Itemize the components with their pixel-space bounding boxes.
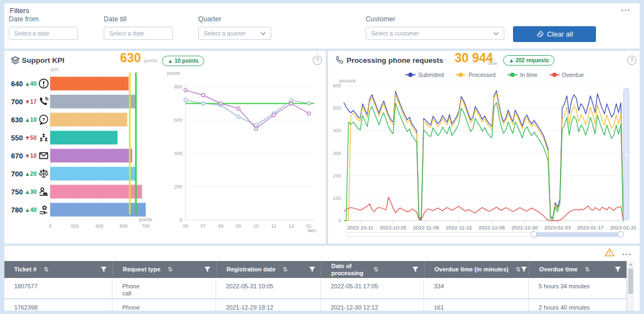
data-point	[237, 107, 240, 110]
sort-icon[interactable]: ⇅	[283, 266, 288, 273]
kpi-bar	[50, 185, 142, 199]
y-axis-title: amount	[339, 78, 356, 84]
quarter-label: Quarter	[198, 15, 271, 23]
quarter-select[interactable]: Select a quarter	[198, 27, 271, 40]
table-row[interactable]: 1762398Phone call2021-12-29 18:122021-12…	[4, 299, 627, 311]
phone-receiver-icon	[335, 55, 345, 66]
data-point	[219, 102, 223, 105]
quarter-field: Quarter Select a quarter	[198, 15, 271, 40]
x-axis-tick-label: 07	[200, 223, 206, 229]
kpi-bar	[50, 77, 129, 91]
x-axis-tick-label: 2022-10-11	[347, 224, 373, 230]
column-header-1[interactable]: Ticket #⇅	[4, 261, 112, 278]
filter-funnel-icon[interactable]	[521, 266, 527, 272]
table-cell: 5 hours 34 minutes	[529, 278, 627, 298]
column-header-6[interactable]: Overdue time⇅	[529, 261, 627, 278]
scrollbar-thumb[interactable]	[628, 269, 633, 294]
sort-icon[interactable]: ⇅	[373, 266, 378, 273]
column-header-5[interactable]: Overdue time (in minutes)⇅	[424, 261, 529, 278]
y-axis-tick-label: 500	[333, 105, 341, 111]
legend-marker	[406, 74, 415, 75]
column-label: Ticket #	[14, 266, 37, 273]
date-from-field: Date from	[9, 15, 78, 40]
x-axis-tick-label: 06	[183, 223, 188, 229]
kpi-total-unit: points	[144, 58, 157, 63]
zoom-handle-left[interactable]	[530, 231, 537, 238]
quarter-placeholder: Select a quarter	[204, 30, 246, 37]
customer-label: Customer	[366, 15, 504, 23]
x-axis-tick-label: 2023-01-03	[544, 224, 571, 230]
kpi-card-title: Support KPI	[22, 56, 64, 64]
clear-all-label: Clear all	[547, 30, 573, 38]
date-till-label: Date till	[104, 15, 173, 23]
table-cell: 1762398	[4, 299, 112, 311]
column-header-4[interactable]: Date of processing⇅	[321, 261, 424, 278]
kpi-total-value: 630	[120, 51, 141, 65]
sort-icon[interactable]: ⇅	[585, 266, 589, 273]
filter-funnel-icon[interactable]	[615, 266, 621, 272]
filter-funnel-icon[interactable]	[412, 266, 419, 272]
x-axis-tick-label: 2022-11-08	[413, 224, 439, 230]
table-scrollbar[interactable]: ▲	[627, 261, 634, 311]
x-axis-tick-label: 200	[70, 223, 79, 229]
date-from-label: Date from	[9, 15, 78, 23]
eraser-icon	[536, 30, 544, 38]
phone-requests-card: Processing phone requests 30 944 in time…	[328, 51, 640, 244]
chart-vertical-zoom-slider[interactable]	[623, 88, 629, 221]
x-axis-title: мес.	[308, 228, 318, 233]
y-axis-tick-label: 0	[180, 217, 182, 223]
customer-select[interactable]: Select a customer	[366, 27, 504, 40]
kpi-change-badge: ▲ 10 points	[162, 56, 204, 66]
kpi-bar-chart: 0200400600780pointsKPI	[4, 66, 166, 231]
table-menu-button[interactable]: ...	[622, 248, 632, 256]
zoom-selected-range[interactable]	[534, 233, 621, 236]
y-axis-tick-label: 800	[174, 84, 182, 90]
sort-icon[interactable]: ⇅	[516, 266, 521, 273]
kpi-bar	[50, 95, 136, 109]
x-axis-tick-label: 780	[141, 223, 150, 229]
requests-change-badge: ▲ 202 requests	[503, 55, 554, 66]
sort-icon[interactable]: ⇅	[44, 266, 49, 273]
requests-total-value: 30 944	[455, 51, 493, 65]
table-cell: 2022-05-31 10:05	[216, 278, 321, 298]
data-point	[254, 123, 258, 127]
sort-icon[interactable]: ⇅	[168, 266, 172, 273]
date-till-input[interactable]	[104, 27, 173, 40]
kpi-bar	[50, 131, 117, 145]
chevron-down-icon	[493, 32, 499, 35]
filters-menu-button[interactable]: ...	[621, 4, 631, 12]
chart-horizontal-zoom-slider[interactable]	[346, 232, 620, 237]
table-row[interactable]: 1807577Phone call2022-05-31 10:052022-05…	[4, 278, 627, 299]
requests-help-icon[interactable]: ?	[627, 56, 636, 65]
x-axis-tick-label: 400	[95, 223, 103, 229]
scroll-up-arrow[interactable]: ▲	[627, 261, 634, 268]
y-axis-tick-label: 400	[333, 128, 341, 133]
legend-marker	[456, 74, 466, 75]
y-axis-tick-label: 600	[174, 117, 182, 123]
axis-title: KPI	[51, 67, 59, 73]
x-axis-tick-label: 2023-01-31	[610, 224, 637, 230]
kpi-bar	[50, 203, 146, 217]
column-header-3[interactable]: Registration date⇅	[216, 261, 321, 278]
zoom-handle-right[interactable]	[617, 231, 624, 238]
filters-title: Filters	[10, 7, 29, 15]
clear-all-button[interactable]: Clear all	[513, 26, 596, 42]
filter-funnel-icon[interactable]	[100, 266, 107, 272]
x-axis-tick-label: 2022-12-06	[479, 224, 505, 230]
x-axis-tick-label: 2022-12-20	[511, 224, 538, 230]
kpi-trend-chart: 02004006008000607080910111201мес.points	[166, 66, 326, 234]
data-point	[201, 93, 205, 97]
date-from-input[interactable]	[9, 27, 78, 40]
filter-funnel-icon[interactable]	[204, 266, 211, 272]
customer-field: Customer Select a customer	[366, 15, 504, 40]
dashboard-page: Filters ... Date from Date till Quarter …	[0, 0, 644, 314]
filter-funnel-icon[interactable]	[309, 266, 315, 272]
legend-marker	[508, 74, 517, 75]
customer-placeholder: Select a customer	[371, 30, 419, 37]
kpi-help-icon[interactable]: ?	[313, 56, 322, 65]
tickets-table: Ticket #⇅Request type⇅Registration date⇅…	[4, 261, 627, 311]
chevron-down-icon	[260, 32, 266, 35]
data-point	[201, 102, 205, 105]
column-header-2[interactable]: Request type⇅	[112, 261, 216, 278]
x-axis-tick-label: 09	[236, 223, 241, 229]
